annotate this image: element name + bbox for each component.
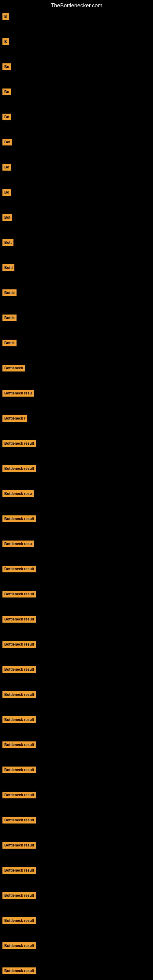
list-item: Bottle [2, 290, 151, 296]
bottleneck-label: Bottleneck result [2, 515, 36, 522]
bottleneck-label: Bo [2, 189, 11, 196]
list-item: Bottleneck result [2, 641, 151, 648]
list-item: Bottleneck result [2, 767, 151, 773]
bottleneck-label: Bottleneck result [2, 741, 36, 748]
list-item: Bot [2, 214, 151, 221]
list-item: Bottleneck r [2, 415, 151, 422]
list-item: Bottleneck result [2, 741, 151, 748]
list-item: Bottleneck result [2, 691, 151, 698]
bottleneck-label: Bottleneck resu [2, 490, 33, 497]
bottleneck-label: Bottle [2, 315, 16, 321]
list-item: Bottleneck resu [2, 490, 151, 497]
list-item: Bottleneck result [2, 440, 151, 447]
bottleneck-label: Bott [2, 239, 13, 246]
list-item: Bottleneck result [2, 942, 151, 949]
bottleneck-label: Bottleneck result [2, 666, 36, 673]
list-item: Bottleneck result [2, 867, 151, 874]
list-item: Bottleneck result [2, 666, 151, 673]
bottleneck-label: Bo [2, 164, 11, 170]
bottleneck-label: B [2, 13, 9, 20]
bottleneck-label: Bo [2, 89, 11, 95]
bottleneck-label: Bottleneck resu [2, 541, 33, 547]
list-item: Bottleneck result [2, 792, 151, 799]
list-item: Bottleneck [2, 365, 151, 371]
list-item: Bottl [2, 264, 151, 271]
list-item: Bot [2, 139, 151, 145]
bottleneck-label: Bottleneck result [2, 566, 36, 573]
list-item: Bo [2, 114, 151, 120]
bottleneck-label: Bottleneck result [2, 792, 36, 799]
list-item: Bottleneck result [2, 892, 151, 899]
bottleneck-label: Bottleneck result [2, 942, 36, 949]
list-item: Bo [2, 189, 151, 196]
bottleneck-label: Bottleneck resu [2, 390, 33, 396]
list-item: Bo [2, 89, 151, 95]
site-title: TheBottlenecker.com [0, 0, 153, 10]
bottleneck-label: Bottleneck result [2, 591, 36, 598]
list-item: Bottleneck result [2, 591, 151, 598]
bottleneck-label: Bo [2, 114, 11, 120]
bottleneck-label: Bottleneck result [2, 716, 36, 723]
list-item: Bo [2, 64, 151, 70]
bottleneck-label: Bottleneck result [2, 691, 36, 698]
bottleneck-label: Bottleneck result [2, 641, 36, 648]
bottleneck-label: Bottle [2, 290, 16, 296]
bottleneck-label: Bottleneck result [2, 967, 36, 974]
list-item: Bottleneck resu [2, 541, 151, 547]
list-item: Bottle [2, 315, 151, 321]
bottleneck-label: Bottleneck result [2, 842, 36, 849]
bottleneck-label: B [2, 38, 9, 45]
bottleneck-label: Bottle [2, 340, 16, 346]
list-item: Bottleneck result [2, 716, 151, 723]
bottleneck-label: Bottleneck result [2, 616, 36, 623]
bottleneck-label: Bottleneck r [2, 415, 27, 422]
bottleneck-label: Bottleneck result [2, 767, 36, 773]
bottleneck-label: Bot [2, 214, 12, 221]
list-item: Bo [2, 164, 151, 170]
bottleneck-label: Bottleneck result [2, 440, 36, 447]
bottleneck-label: Bot [2, 139, 12, 145]
bottleneck-label: Bottleneck result [2, 867, 36, 874]
bottleneck-label: Bo [2, 64, 11, 70]
list-item: Bottleneck result [2, 842, 151, 849]
list-item: Bottleneck result [2, 917, 151, 924]
list-item: Bottleneck result [2, 817, 151, 824]
list-item: Bottleneck result [2, 566, 151, 573]
list-item: Bottle [2, 340, 151, 346]
list-item: B [2, 13, 151, 20]
list-item: Bott [2, 239, 151, 246]
list-item: B [2, 38, 151, 45]
bottleneck-label: Bottleneck result [2, 917, 36, 924]
list-item: Bottleneck result [2, 465, 151, 472]
list-item: Bottleneck result [2, 515, 151, 522]
list-item: Bottleneck result [2, 616, 151, 623]
bottleneck-label: Bottleneck result [2, 465, 36, 472]
bottleneck-label: Bottleneck result [2, 817, 36, 824]
items-container: BBBoBoBoBotBoBoBotBottBottlBottleBottleB… [0, 10, 153, 980]
bottleneck-label: Bottl [2, 264, 14, 271]
bottleneck-label: Bottleneck result [2, 892, 36, 899]
list-item: Bottleneck resu [2, 390, 151, 396]
bottleneck-label: Bottleneck [2, 365, 25, 371]
list-item: Bottleneck result [2, 967, 151, 974]
